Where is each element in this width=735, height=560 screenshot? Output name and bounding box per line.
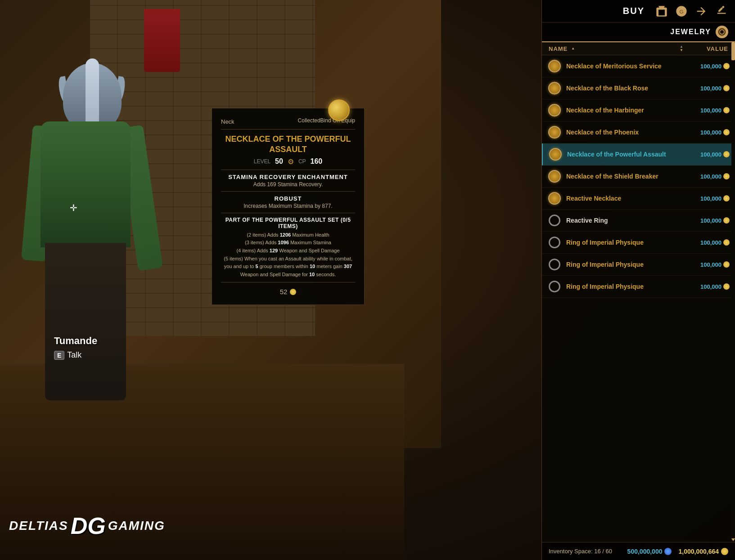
item-name: Necklace of the Phoenix xyxy=(566,129,694,136)
item-name: Necklace of Meritorious Service xyxy=(566,63,694,70)
enchant-name: STAMINA RECOVERY ENCHANTMENT xyxy=(221,174,355,180)
crosshair-icon: ✛ xyxy=(70,202,77,213)
item-coin-icon xyxy=(723,129,730,135)
item-value: 100,000 xyxy=(694,85,730,92)
item-row[interactable]: Ring of Imperial Physique100,000 xyxy=(542,276,735,298)
item-icon xyxy=(547,213,562,228)
item-row[interactable]: Reactive Necklace100,000 xyxy=(542,188,735,210)
item-coin-icon xyxy=(723,85,730,91)
sort-up-icon: ▲ xyxy=(571,47,575,50)
arrow-icon[interactable] xyxy=(694,4,708,18)
detail-collected: Collected xyxy=(298,117,320,124)
set-bonus-2: (3 items) Adds 1096 Maximum Stamina xyxy=(221,239,355,247)
set-bonus-4: (5 items) When you cast an Assault abili… xyxy=(221,255,355,279)
interact-prompt[interactable]: E Talk xyxy=(54,350,97,360)
item-row[interactable]: Reactive Ring100,000 xyxy=(542,210,735,232)
item-value: 100,000 xyxy=(694,283,730,290)
item-icon xyxy=(547,103,562,117)
logo-deltias: DELTIAS xyxy=(9,519,68,533)
arrow-svg xyxy=(695,5,708,18)
panel-necklace-icon xyxy=(328,99,351,122)
item-value: 100,000 xyxy=(694,129,730,136)
set-header: PART OF THE POWERFUL ASSAULT SET (0/5 IT… xyxy=(221,217,355,229)
col-sort-icon[interactable]: ▲ ▼ xyxy=(680,45,683,52)
item-value: 100,000 xyxy=(694,151,730,158)
scroll-down-arrow[interactable] xyxy=(731,538,735,541)
character-name: Tumande xyxy=(54,335,97,347)
necklace-icon xyxy=(548,170,561,183)
character-info: Tumande E Talk xyxy=(54,335,97,360)
item-name: Ring of Imperial Physique xyxy=(566,239,694,246)
item-row[interactable]: Necklace of the Harbinger100,000 xyxy=(542,99,735,121)
item-coin-icon xyxy=(723,151,730,157)
item-icon xyxy=(547,235,562,250)
gold-coin-icon xyxy=(721,548,728,555)
inventory-space: Inventory Space: 16 / 60 xyxy=(549,548,612,555)
level-value: 50 xyxy=(275,157,283,166)
item-coin-icon xyxy=(723,63,730,69)
interact-key[interactable]: E xyxy=(54,351,64,360)
currency-amount-1: 500,000,000 xyxy=(627,548,663,555)
item-detail-panel: Neck Bind On Equip Collected NECKLACE OF… xyxy=(212,108,365,305)
price-value: 52 xyxy=(280,288,288,296)
coin-svg: G xyxy=(675,5,688,18)
bag-icon[interactable] xyxy=(654,4,669,18)
col-name-label: NAME xyxy=(549,45,568,52)
scroll-thumb[interactable] xyxy=(731,42,735,60)
logo: DELTIAS DG GAMING xyxy=(9,514,165,538)
sort-arrows: ▲ xyxy=(571,47,575,50)
bag-svg xyxy=(655,5,668,18)
divider-1 xyxy=(221,129,355,130)
set-bonus-3: (4 items) Adds 129 Weapon and Spell Dama… xyxy=(221,247,355,255)
necklace-icon xyxy=(548,82,561,94)
item-coin-icon xyxy=(723,173,730,179)
item-icon xyxy=(547,59,562,73)
necklace-decoration xyxy=(328,99,350,121)
trait-desc: Increases Maximum Stamina by 877. xyxy=(221,203,355,209)
item-name: Necklace of the Powerful Assault xyxy=(567,151,694,158)
col-name-header[interactable]: NAME ▲ xyxy=(549,45,678,52)
item-icon xyxy=(547,169,562,184)
item-row[interactable]: Ring of Imperial Physique100,000 xyxy=(542,232,735,254)
trait-name: ROBUST xyxy=(221,195,355,202)
necklace-icon xyxy=(548,126,561,139)
necklace-icon xyxy=(548,192,561,205)
col-value-label: VALUE xyxy=(707,45,728,52)
item-row[interactable]: Ring of Imperial Physique100,000 xyxy=(542,254,735,276)
char-head xyxy=(63,63,122,130)
price-coin-icon xyxy=(290,289,296,295)
item-list[interactable]: Necklace of Meritorious Service100,000 N… xyxy=(542,55,735,530)
ring-svg xyxy=(718,28,726,36)
item-row[interactable]: Necklace of the Black Rose100,000 xyxy=(542,77,735,99)
item-name: Ring of Imperial Physique xyxy=(566,261,694,268)
ring-icon xyxy=(549,215,560,226)
item-coin-icon xyxy=(723,107,730,113)
item-name: Ring of Imperial Physique xyxy=(566,283,694,290)
item-icon xyxy=(547,257,562,272)
scrollbar[interactable] xyxy=(731,42,735,542)
item-row[interactable]: Necklace of the Phoenix100,000 xyxy=(542,121,735,143)
item-name: Necklace of the Black Rose xyxy=(566,85,694,92)
item-value: 100,000 xyxy=(694,195,730,202)
item-title: NECKLACE OF THE POWERFUL ASSAULT xyxy=(221,134,355,155)
item-icon xyxy=(548,147,563,161)
logo-gaming: GAMING xyxy=(108,519,165,533)
item-value: 100,000 xyxy=(694,63,730,70)
item-row[interactable]: Necklace of the Shield Breaker100,000 xyxy=(542,166,735,188)
divider-4 xyxy=(221,213,355,213)
craft-svg xyxy=(715,5,727,18)
char-torso xyxy=(41,121,131,247)
item-row[interactable]: Necklace of Meritorious Service100,000 xyxy=(542,55,735,77)
interact-label: Talk xyxy=(67,350,81,360)
item-icon xyxy=(547,81,562,95)
item-coin-icon xyxy=(723,261,730,268)
coin-icon[interactable]: G xyxy=(674,4,689,18)
jewelry-label: JEWELRY xyxy=(670,28,711,36)
craft-icon[interactable] xyxy=(714,4,728,18)
item-row[interactable]: Necklace of the Powerful Assault100,000 xyxy=(542,143,735,166)
item-value: 100,000 xyxy=(694,239,730,246)
currency-item-1: 500,000,000 xyxy=(627,548,672,555)
currency-area: 500,000,000 1,000,000,664 xyxy=(627,548,728,555)
col-value-header[interactable]: VALUE xyxy=(688,45,728,52)
cp-label: CP xyxy=(298,158,306,165)
